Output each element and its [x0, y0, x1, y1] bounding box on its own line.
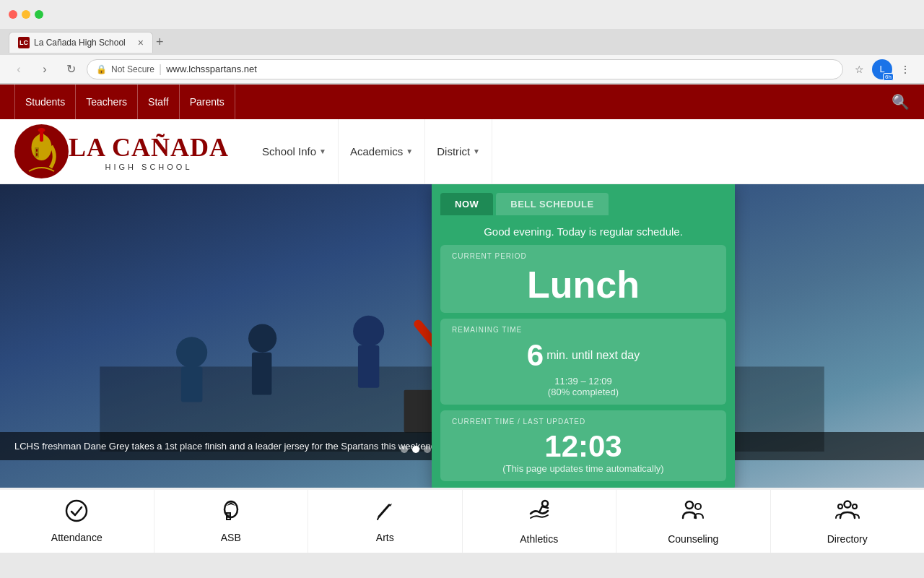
forward-button[interactable]: › [35, 59, 55, 79]
current-period-section: CURRENT PERIOD Lunch [440, 245, 726, 313]
profile-badge[interactable]: L 6h [872, 59, 892, 79]
current-time-display: 12:03 [452, 430, 715, 463]
carousel-dot-2[interactable] [424, 446, 431, 453]
security-label: Not Secure [111, 64, 154, 74]
back-button[interactable]: ‹ [9, 59, 29, 79]
header-nav: School Info ▼ Academics ▼ District ▼ [250, 119, 910, 184]
browser-titlebar [0, 0, 924, 29]
current-time-label: CURRENT TIME / LAST UPDATED [452, 418, 715, 426]
attendance-icon [65, 499, 88, 527]
athletics-icon [526, 498, 552, 529]
close-button[interactable] [9, 10, 17, 19]
logo-text: LA CAÑADA HIGH SCHOOL [69, 132, 229, 171]
remaining-time-section: REMAINING TIME 6 min. until next day 11:… [440, 319, 726, 405]
top-nav: Students Teachers Staff Parents 🔍 [0, 85, 924, 119]
tab-bar: LC La Cañada High School × + [0, 29, 924, 55]
carousel-dot-1[interactable] [412, 446, 419, 453]
carousel-dot-0[interactable] [401, 446, 408, 453]
minimize-button[interactable] [22, 10, 30, 19]
traffic-lights [9, 10, 43, 19]
directory-label: Directory [827, 533, 868, 545]
chevron-down-icon: ▼ [473, 147, 480, 155]
counseling-label: Counseling [668, 533, 718, 545]
svg-point-17 [353, 316, 384, 347]
current-period-label: CURRENT PERIOD [452, 252, 715, 260]
nav-attendance[interactable]: Attendance [0, 490, 154, 553]
nav-parents[interactable]: Parents [180, 85, 235, 119]
url-text: www.lchsspartans.net [166, 64, 834, 74]
arts-label: Arts [376, 532, 394, 543]
school-name-line2: HIGH SCHOOL [69, 163, 229, 171]
svg-rect-18 [358, 345, 379, 388]
bell-schedule-popup: NOW BELL SCHEDULE Good evening. Today is… [432, 184, 735, 488]
svg-point-11 [248, 324, 276, 353]
remaining-minutes: 6 [527, 338, 544, 373]
svg-point-36 [695, 504, 701, 509]
popup-tabs: NOW BELL SCHEDULE [432, 184, 735, 215]
chevron-down-icon: ▼ [319, 147, 326, 155]
svg-rect-7 [36, 153, 38, 156]
nav-counseling[interactable]: Counseling [616, 490, 771, 553]
counseling-icon [680, 498, 706, 529]
bookmark-button[interactable]: ☆ [849, 59, 869, 79]
search-icon[interactable]: 🔍 [892, 93, 910, 111]
nav-asb[interactable]: ASB [154, 490, 309, 553]
nav-teachers[interactable]: Teachers [76, 85, 138, 119]
nav-directory[interactable]: Directory [771, 490, 925, 553]
tab-close-button[interactable]: × [138, 37, 144, 48]
svg-rect-10 [181, 366, 202, 402]
svg-point-25 [66, 501, 87, 521]
arts-icon [373, 499, 396, 527]
popup-greeting: Good evening. Today is regular schedule. [432, 215, 735, 245]
address-bar[interactable]: 🔒 Not Secure | www.lchsspartans.net [87, 59, 843, 79]
remaining-suffix: min. until next day [546, 349, 640, 362]
new-tab-button[interactable]: + [156, 35, 164, 50]
svg-point-34 [542, 501, 548, 506]
nav-staff[interactable]: Staff [138, 85, 180, 119]
attendance-label: Attendance [51, 532, 103, 543]
browser-toolbar: ‹ › ↻ 🔒 Not Secure | www.lchsspartans.ne… [0, 55, 924, 84]
svg-point-38 [838, 504, 842, 509]
nav-school-info[interactable]: School Info ▼ [250, 119, 339, 184]
carousel: LCHS freshman Dane Grey takes a 1st plac… [0, 184, 924, 488]
svg-line-33 [378, 517, 379, 519]
maximize-button[interactable] [35, 10, 43, 19]
website: Students Teachers Staff Parents 🔍 [0, 85, 924, 553]
tab-favicon: LC [18, 37, 30, 48]
chevron-down-icon: ▼ [406, 147, 413, 155]
svg-rect-6 [36, 149, 38, 152]
popup-tab-now[interactable]: NOW [440, 193, 493, 215]
website-content: LCHS freshman Dane Grey takes a 1st plac… [0, 184, 924, 553]
logo-area: LA CAÑADA HIGH SCHOOL [14, 124, 229, 178]
current-period-value: Lunch [452, 264, 715, 306]
browser-chrome: LC La Cañada High School × + ‹ › ↻ 🔒 Not… [0, 0, 924, 85]
sync-badge: 6h [883, 73, 894, 81]
nav-athletics[interactable]: Athletics [463, 490, 617, 553]
svg-point-39 [853, 504, 857, 509]
remaining-time-label: REMAINING TIME [452, 326, 715, 334]
nav-academics[interactable]: Academics ▼ [339, 119, 425, 184]
security-icon: 🔒 [96, 64, 107, 74]
svg-point-4 [38, 128, 45, 132]
school-name-line1: LA CAÑADA [69, 132, 229, 163]
directory-icon [834, 498, 860, 529]
athletics-label: Athletics [520, 533, 558, 545]
nav-district[interactable]: District ▼ [425, 119, 492, 184]
nav-students[interactable]: Students [14, 85, 76, 119]
asb-icon [219, 499, 243, 527]
popup-tab-bell-schedule[interactable]: BELL SCHEDULE [496, 193, 608, 215]
tab-title: La Cañada High School [34, 38, 134, 48]
nav-arts[interactable]: Arts [308, 490, 463, 553]
site-header: LA CAÑADA HIGH SCHOOL School Info ▼ Acad… [0, 119, 924, 184]
reload-button[interactable]: ↻ [61, 59, 81, 79]
current-time-section: CURRENT TIME / LAST UPDATED 12:03 (This … [440, 410, 726, 481]
more-button[interactable]: ⋮ [895, 59, 915, 79]
time-range: 11:39 – 12:09 [452, 376, 715, 387]
mascot-logo [14, 124, 69, 178]
bottom-nav: Attendance ASB [0, 488, 924, 553]
auto-update-note: (This page updates time automatically) [452, 463, 715, 474]
svg-rect-12 [252, 353, 271, 395]
svg-line-31 [379, 505, 389, 517]
asb-label: ASB [221, 532, 241, 543]
active-tab[interactable]: LC La Cañada High School × [9, 32, 153, 53]
